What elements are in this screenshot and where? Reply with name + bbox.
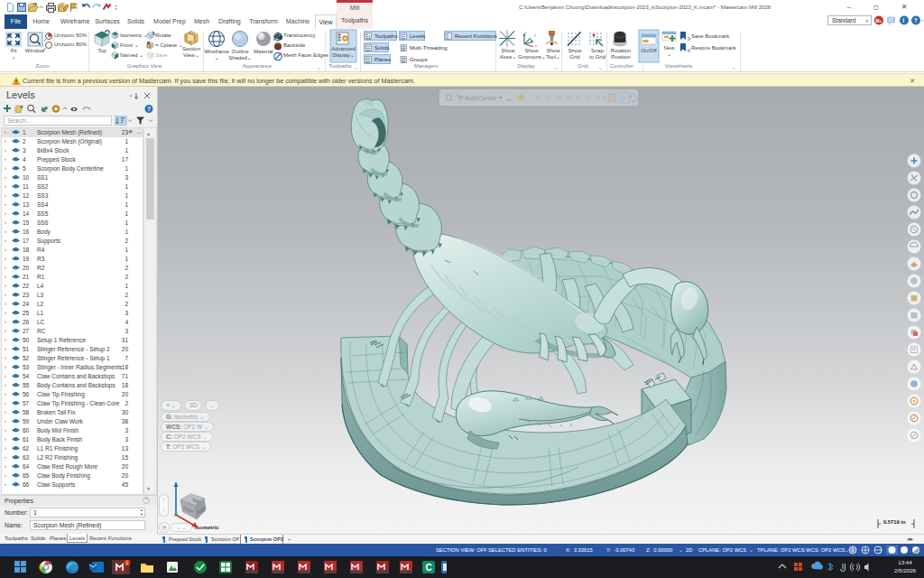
svg-text:C: C — [426, 563, 432, 573]
svg-text:i: i — [902, 17, 904, 23]
svg-text:?: ? — [147, 106, 151, 112]
svg-text:0.5719 in: 0.5719 in — [883, 519, 906, 525]
svg-text:M»: M» — [876, 19, 882, 23]
svg-text:xₓ₃: xₓ₃ — [506, 97, 513, 102]
svg-text:AutoCursor: AutoCursor — [465, 95, 497, 101]
svg-text:1: 1 — [126, 560, 129, 565]
svg-text:?: ? — [914, 17, 918, 23]
